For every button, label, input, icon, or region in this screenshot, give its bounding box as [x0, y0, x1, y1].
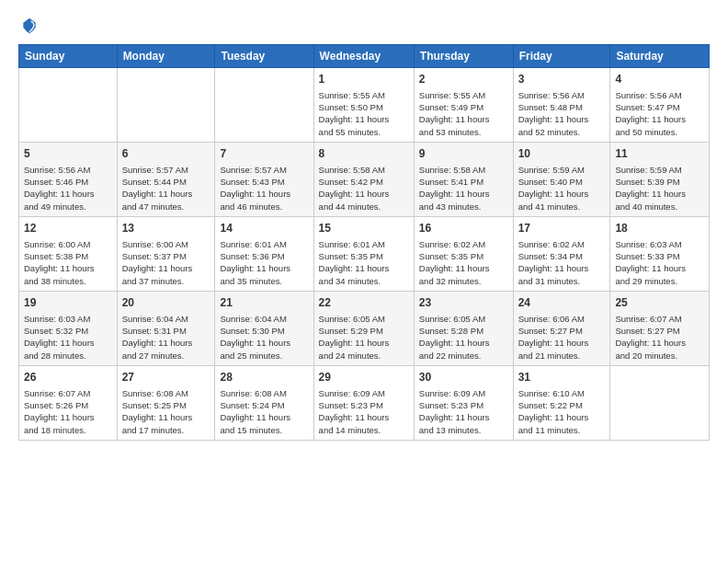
day-cell: 2Sunrise: 5:55 AM Sunset: 5:49 PM Daylig…	[414, 68, 513, 143]
logo	[18, 17, 39, 35]
day-number: 24	[518, 295, 606, 311]
day-info: Sunrise: 5:55 AM Sunset: 5:50 PM Dayligh…	[319, 89, 409, 138]
weekday-header-wednesday: Wednesday	[313, 45, 414, 68]
day-number: 18	[615, 221, 704, 236]
week-row-4: 19Sunrise: 6:03 AM Sunset: 5:32 PM Dayli…	[19, 291, 710, 365]
day-info: Sunrise: 5:55 AM Sunset: 5:49 PM Dayligh…	[419, 89, 508, 138]
day-number: 1	[319, 72, 409, 87]
day-info: Sunrise: 6:09 AM Sunset: 5:23 PM Dayligh…	[319, 387, 409, 436]
day-cell: 27Sunrise: 6:08 AM Sunset: 5:25 PM Dayli…	[117, 365, 215, 440]
day-cell: 31Sunrise: 6:10 AM Sunset: 5:22 PM Dayli…	[513, 365, 610, 440]
day-info: Sunrise: 6:04 AM Sunset: 5:30 PM Dayligh…	[220, 313, 308, 362]
day-number: 19	[24, 295, 112, 311]
day-cell: 14Sunrise: 6:01 AM Sunset: 5:36 PM Dayli…	[215, 216, 313, 291]
day-info: Sunrise: 6:00 AM Sunset: 5:38 PM Dayligh…	[24, 238, 112, 287]
week-row-3: 12Sunrise: 6:00 AM Sunset: 5:38 PM Dayli…	[19, 216, 710, 291]
day-info: Sunrise: 6:02 AM Sunset: 5:35 PM Dayligh…	[419, 238, 508, 287]
day-cell: 30Sunrise: 6:09 AM Sunset: 5:23 PM Dayli…	[414, 365, 513, 440]
day-cell: 22Sunrise: 6:05 AM Sunset: 5:29 PM Dayli…	[313, 291, 414, 365]
day-info: Sunrise: 5:59 AM Sunset: 5:40 PM Dayligh…	[518, 164, 606, 213]
day-number: 30	[419, 370, 508, 385]
day-number: 17	[518, 221, 606, 236]
day-info: Sunrise: 6:06 AM Sunset: 5:27 PM Dayligh…	[518, 313, 606, 362]
day-cell: 4Sunrise: 5:56 AM Sunset: 5:47 PM Daylig…	[610, 68, 710, 143]
day-info: Sunrise: 6:07 AM Sunset: 5:27 PM Dayligh…	[615, 313, 704, 362]
day-info: Sunrise: 6:08 AM Sunset: 5:24 PM Dayligh…	[220, 387, 308, 436]
day-cell	[610, 365, 710, 440]
day-number: 8	[319, 146, 409, 162]
week-row-5: 26Sunrise: 6:07 AM Sunset: 5:26 PM Dayli…	[19, 365, 710, 440]
day-number: 14	[220, 221, 308, 236]
day-cell	[215, 68, 313, 143]
day-number: 22	[319, 295, 409, 311]
day-cell	[19, 68, 118, 143]
day-cell: 24Sunrise: 6:06 AM Sunset: 5:27 PM Dayli…	[513, 291, 610, 365]
day-number: 13	[122, 221, 210, 236]
day-number: 27	[122, 370, 210, 385]
day-number: 4	[615, 72, 704, 87]
day-number: 2	[419, 72, 508, 87]
day-info: Sunrise: 6:03 AM Sunset: 5:33 PM Dayligh…	[615, 238, 704, 287]
day-number: 3	[518, 72, 606, 87]
day-cell: 28Sunrise: 6:08 AM Sunset: 5:24 PM Dayli…	[215, 365, 313, 440]
day-info: Sunrise: 6:01 AM Sunset: 5:35 PM Dayligh…	[319, 238, 409, 287]
day-cell: 5Sunrise: 5:56 AM Sunset: 5:46 PM Daylig…	[19, 142, 118, 216]
day-number: 28	[220, 370, 308, 385]
day-cell: 20Sunrise: 6:04 AM Sunset: 5:31 PM Dayli…	[117, 291, 215, 365]
day-info: Sunrise: 6:08 AM Sunset: 5:25 PM Dayligh…	[122, 387, 210, 436]
day-info: Sunrise: 6:00 AM Sunset: 5:37 PM Dayligh…	[122, 238, 210, 287]
week-row-2: 5Sunrise: 5:56 AM Sunset: 5:46 PM Daylig…	[19, 142, 710, 216]
weekday-header-sunday: Sunday	[19, 45, 118, 68]
day-number: 20	[122, 295, 210, 311]
day-info: Sunrise: 5:56 AM Sunset: 5:46 PM Dayligh…	[24, 164, 112, 213]
day-cell: 10Sunrise: 5:59 AM Sunset: 5:40 PM Dayli…	[513, 142, 610, 216]
day-info: Sunrise: 6:09 AM Sunset: 5:23 PM Dayligh…	[419, 387, 508, 436]
day-info: Sunrise: 5:57 AM Sunset: 5:43 PM Dayligh…	[220, 164, 308, 213]
day-info: Sunrise: 6:05 AM Sunset: 5:29 PM Dayligh…	[319, 313, 409, 362]
day-cell: 8Sunrise: 5:58 AM Sunset: 5:42 PM Daylig…	[313, 142, 414, 216]
day-number: 31	[518, 370, 606, 385]
weekday-header-row: SundayMondayTuesdayWednesdayThursdayFrid…	[19, 45, 710, 68]
day-number: 11	[615, 146, 704, 162]
week-row-1: 1Sunrise: 5:55 AM Sunset: 5:50 PM Daylig…	[19, 68, 710, 143]
weekday-header-friday: Friday	[513, 45, 610, 68]
day-info: Sunrise: 6:01 AM Sunset: 5:36 PM Dayligh…	[220, 238, 308, 287]
day-cell: 18Sunrise: 6:03 AM Sunset: 5:33 PM Dayli…	[610, 216, 710, 291]
day-cell: 25Sunrise: 6:07 AM Sunset: 5:27 PM Dayli…	[610, 291, 710, 365]
day-cell: 12Sunrise: 6:00 AM Sunset: 5:38 PM Dayli…	[19, 216, 118, 291]
day-number: 29	[319, 370, 409, 385]
calendar-table: SundayMondayTuesdayWednesdayThursdayFrid…	[18, 44, 710, 441]
day-info: Sunrise: 6:07 AM Sunset: 5:26 PM Dayligh…	[24, 387, 112, 436]
day-number: 5	[24, 146, 112, 162]
day-cell: 3Sunrise: 5:56 AM Sunset: 5:48 PM Daylig…	[513, 68, 610, 143]
day-cell: 1Sunrise: 5:55 AM Sunset: 5:50 PM Daylig…	[313, 68, 414, 143]
day-cell: 19Sunrise: 6:03 AM Sunset: 5:32 PM Dayli…	[19, 291, 118, 365]
day-cell: 7Sunrise: 5:57 AM Sunset: 5:43 PM Daylig…	[215, 142, 313, 216]
day-number: 6	[122, 146, 210, 162]
weekday-header-monday: Monday	[117, 45, 215, 68]
day-info: Sunrise: 6:10 AM Sunset: 5:22 PM Dayligh…	[518, 387, 606, 436]
day-number: 25	[615, 295, 704, 311]
day-cell: 17Sunrise: 6:02 AM Sunset: 5:34 PM Dayli…	[513, 216, 610, 291]
day-info: Sunrise: 5:56 AM Sunset: 5:47 PM Dayligh…	[615, 89, 704, 138]
day-number: 16	[419, 221, 508, 236]
weekday-header-tuesday: Tuesday	[215, 45, 313, 68]
day-number: 15	[319, 221, 409, 236]
day-cell: 9Sunrise: 5:58 AM Sunset: 5:41 PM Daylig…	[414, 142, 513, 216]
day-cell: 15Sunrise: 6:01 AM Sunset: 5:35 PM Dayli…	[313, 216, 414, 291]
day-cell: 21Sunrise: 6:04 AM Sunset: 5:30 PM Dayli…	[215, 291, 313, 365]
day-cell: 23Sunrise: 6:05 AM Sunset: 5:28 PM Dayli…	[414, 291, 513, 365]
day-info: Sunrise: 5:58 AM Sunset: 5:41 PM Dayligh…	[419, 164, 508, 213]
day-info: Sunrise: 5:56 AM Sunset: 5:48 PM Dayligh…	[518, 89, 606, 138]
day-info: Sunrise: 6:03 AM Sunset: 5:32 PM Dayligh…	[24, 313, 112, 362]
day-number: 9	[419, 146, 508, 162]
day-cell: 26Sunrise: 6:07 AM Sunset: 5:26 PM Dayli…	[19, 365, 118, 440]
day-info: Sunrise: 6:05 AM Sunset: 5:28 PM Dayligh…	[419, 313, 508, 362]
day-number: 23	[419, 295, 508, 311]
day-info: Sunrise: 5:58 AM Sunset: 5:42 PM Dayligh…	[319, 164, 409, 213]
day-cell: 29Sunrise: 6:09 AM Sunset: 5:23 PM Dayli…	[313, 365, 414, 440]
day-number: 7	[220, 146, 308, 162]
logo-icon	[20, 17, 39, 35]
day-number: 26	[24, 370, 112, 385]
day-cell: 13Sunrise: 6:00 AM Sunset: 5:37 PM Dayli…	[117, 216, 215, 291]
